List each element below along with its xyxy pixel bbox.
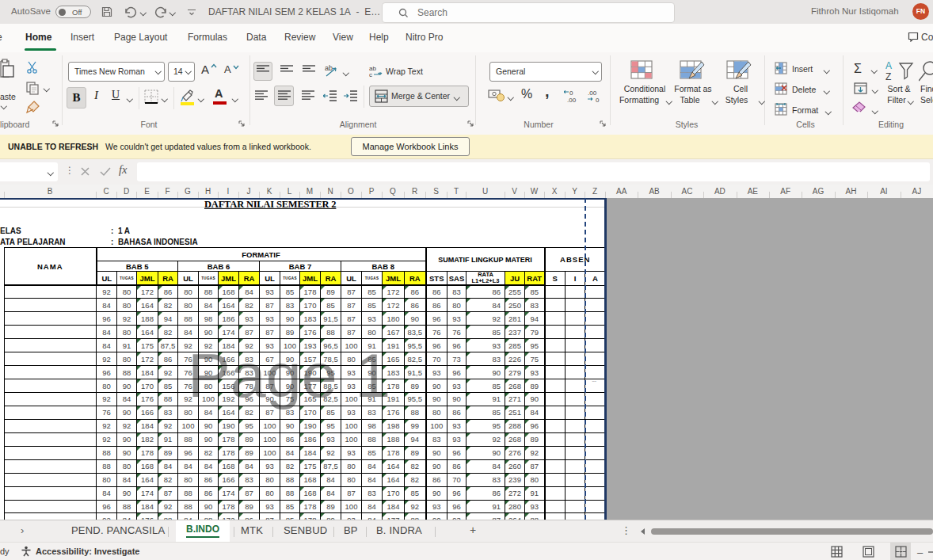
svg-text:0: 0: [596, 97, 600, 104]
svg-text:Z: Z: [885, 71, 891, 82]
svg-text:A: A: [885, 60, 892, 71]
svg-text:0: 0: [569, 90, 573, 97]
svg-text:.00: .00: [588, 90, 597, 97]
svg-text:ab: ab: [325, 64, 333, 72]
svg-text:.00: .00: [567, 97, 577, 104]
svg-text:c: c: [369, 71, 372, 78]
